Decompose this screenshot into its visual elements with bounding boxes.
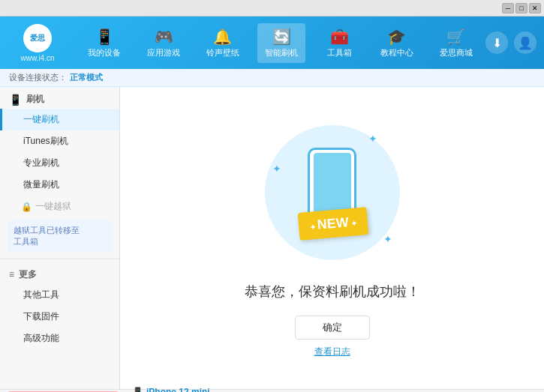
sidebar: 📱 刷机 一键刷机 iTunes刷机 专业刷机 微量刷机 🔒 一键越狱 越狱工具… xyxy=(0,87,120,389)
nav-my-device[interactable]: 📱 我的设备 xyxy=(80,23,128,63)
device-info-area: 📱 iPhone 12 mini 64GB Down-12mini-13,1 xyxy=(132,387,210,393)
nav-toolbox-label: 工具箱 xyxy=(327,47,352,58)
header-right-actions: ⬇ 👤 xyxy=(485,31,536,54)
locked-label: 一键越狱 xyxy=(35,200,71,213)
title-bar: ─ □ ✕ xyxy=(0,0,544,16)
smart-flash-icon: 🔄 xyxy=(272,28,291,46)
sidebar-divider xyxy=(0,259,119,259)
nav-app-game-label: 应用游戏 xyxy=(147,47,180,58)
conn-prefix: 设备连接状态： xyxy=(9,72,67,83)
micro-flash-label: 微量刷机 xyxy=(23,179,59,190)
device-name: iPhone 12 mini xyxy=(146,387,210,393)
sidebar-item-advanced[interactable]: 高级功能 xyxy=(0,328,119,349)
pro-flash-label: 专业刷机 xyxy=(23,157,59,168)
nav-ringtone[interactable]: 🔔 铃声壁纸 xyxy=(199,23,247,63)
nav-toolbox[interactable]: 🧰 工具箱 xyxy=(317,23,362,63)
info-box-text: 越狱工具已转移至 工具箱 xyxy=(14,226,80,246)
logo-area: 爱思 www.i4.cn xyxy=(8,24,68,62)
nav-app-game[interactable]: 🎮 应用游戏 xyxy=(140,23,188,63)
advanced-label: 高级功能 xyxy=(23,333,59,343)
sidebar-item-micro-flash[interactable]: 微量刷机 xyxy=(0,174,119,196)
status-left: 自动敏连 跳过向导 📱 iPhone 12 mini 64GB Down-12m… xyxy=(8,387,210,393)
my-device-icon: 📱 xyxy=(95,28,114,46)
sidebar-info-box: 越狱工具已转移至 工具箱 xyxy=(8,220,112,253)
shop-icon: 🛒 xyxy=(446,28,465,46)
minimize-button[interactable]: ─ xyxy=(502,3,514,13)
success-illustration: NEW ✦ ✦ ✦ xyxy=(257,118,407,268)
sparkle-3: ✦ xyxy=(383,233,392,245)
app-game-icon: 🎮 xyxy=(155,28,173,46)
main-content: NEW ✦ ✦ ✦ 恭喜您，保资料刷机成功啦！ 确定 查看日志 xyxy=(120,87,544,389)
sidebar-locked-jailbreak: 🔒 一键越狱 xyxy=(0,196,119,217)
confirm-button[interactable]: 确定 xyxy=(295,316,370,340)
more-section-label: 更多 xyxy=(19,268,37,281)
lock-icon: 🔒 xyxy=(21,202,32,212)
sidebar-item-other-tools[interactable]: 其他工具 xyxy=(0,284,119,306)
sidebar-flash-section: 📱 刷机 xyxy=(0,87,119,109)
sidebar-more-section: ≡ 更多 xyxy=(0,262,119,284)
sidebar-flash-label: 刷机 xyxy=(26,93,44,106)
one-click-flash-label: 一键刷机 xyxy=(23,114,59,124)
nav-shop[interactable]: 🛒 爱思商城 xyxy=(432,23,480,63)
main-area: 📱 刷机 一键刷机 iTunes刷机 专业刷机 微量刷机 🔒 一键越狱 越狱工具… xyxy=(0,87,544,389)
nav-my-device-label: 我的设备 xyxy=(88,47,121,58)
header: 爱思 www.i4.cn 📱 我的设备 🎮 应用游戏 🔔 铃声壁纸 🔄 智能刷机… xyxy=(0,16,544,69)
flash-section-icon: 📱 xyxy=(9,94,22,106)
ringtone-icon: 🔔 xyxy=(213,28,232,46)
download-button[interactable]: ⬇ xyxy=(485,31,508,54)
sparkle-2: ✦ xyxy=(272,163,281,175)
other-tools-label: 其他工具 xyxy=(23,289,59,300)
itunes-flash-label: iTunes刷机 xyxy=(23,136,68,146)
toolbox-icon: 🧰 xyxy=(330,28,349,46)
nav-smart-flash[interactable]: 🔄 智能刷机 xyxy=(257,23,305,63)
download-firmware-label: 下载固件 xyxy=(23,311,59,322)
more-section-icon: ≡ xyxy=(9,269,14,280)
status-bar: 自动敏连 跳过向导 📱 iPhone 12 mini 64GB Down-12m… xyxy=(0,389,544,392)
nav-shop-label: 爱思商城 xyxy=(440,47,473,58)
logo-text: www.i4.cn xyxy=(20,54,54,62)
sidebar-item-itunes-flash[interactable]: iTunes刷机 xyxy=(0,130,119,152)
nav-bar: 📱 我的设备 🎮 应用游戏 🔔 铃声壁纸 🔄 智能刷机 🧰 工具箱 🎓 教程中心… xyxy=(75,23,485,63)
nav-tutorial-label: 教程中心 xyxy=(380,47,413,58)
maximize-button[interactable]: □ xyxy=(515,3,527,13)
view-log-link[interactable]: 查看日志 xyxy=(314,346,350,358)
logo-icon: 爱思 xyxy=(23,24,52,52)
conn-status: 正常模式 xyxy=(70,72,103,83)
connection-bar: 设备连接状态： 正常模式 xyxy=(0,69,544,87)
close-button[interactable]: ✕ xyxy=(529,3,541,13)
user-button[interactable]: 👤 xyxy=(514,31,536,54)
device-phone-icon: 📱 xyxy=(132,387,143,393)
sparkle-1: ✦ xyxy=(368,133,377,145)
nav-tutorial[interactable]: 🎓 教程中心 xyxy=(373,23,421,63)
sidebar-item-one-click-flash[interactable]: 一键刷机 xyxy=(0,109,119,130)
success-message: 恭喜您，保资料刷机成功啦！ xyxy=(245,283,420,301)
tutorial-icon: 🎓 xyxy=(387,28,406,46)
sidebar-item-pro-flash[interactable]: 专业刷机 xyxy=(0,152,119,174)
sidebar-item-download-firmware[interactable]: 下载固件 xyxy=(0,306,119,328)
nav-smart-flash-label: 智能刷机 xyxy=(265,47,298,58)
phone-screen xyxy=(314,153,351,213)
nav-ringtone-label: 铃声壁纸 xyxy=(206,47,239,58)
new-badge: NEW xyxy=(297,207,368,241)
